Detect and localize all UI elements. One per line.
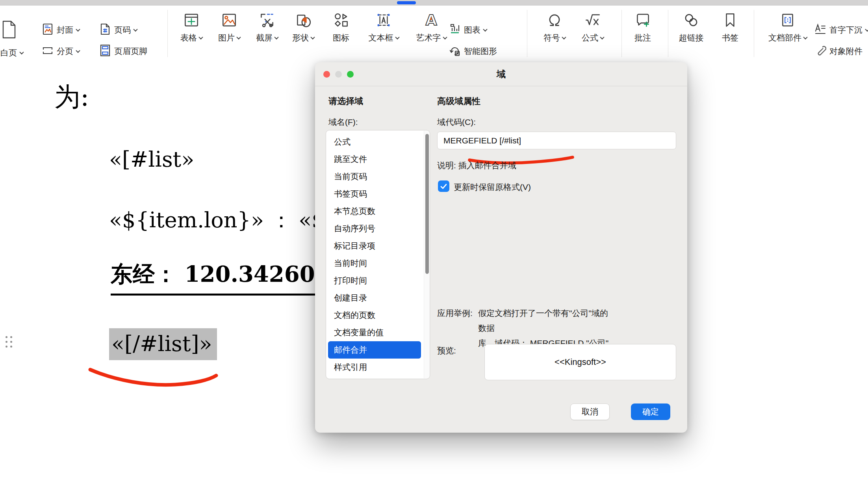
chevron-down-icon [483,27,487,32]
toolbar-item-bookmark[interactable]: 书签 [713,8,747,44]
minimize-traffic-light-icon [335,71,342,78]
toolbar-item-label: 图标 [333,32,349,43]
chevron-down-icon [133,27,137,32]
field-name-option[interactable]: 文档的页数 [328,307,421,324]
toolbar-item-text-box[interactable]: 文本框 [366,8,401,44]
scrollbar-track[interactable] [424,131,429,378]
field-name-option[interactable]: 样式引用 [328,359,421,376]
field-name-label: 域名(F): [328,117,358,128]
toolbar-item-label: 批注 [634,32,651,43]
check-icon [440,184,447,189]
chevron-down-icon [198,35,203,39]
toolbar-item-drop-cap[interactable]: 首字下沉 [814,23,868,37]
chevron-down-icon [236,35,241,39]
field-name-option[interactable]: 当前页码 [328,168,421,185]
field-name-option[interactable]: 书签页码 [328,185,421,203]
field-name-option[interactable]: 当前时间 [328,255,421,272]
chevron-down-icon [443,35,447,39]
window-top-strip [0,0,868,6]
paperclip-icon [814,44,826,59]
chevron-down-icon [803,35,807,39]
active-tab-indicator [397,1,416,4]
chevron-down-icon [274,35,278,39]
chevron-down-icon [865,27,868,32]
chevron-down-icon [310,35,315,39]
field-dialog: 域 请选择域 高级域属性 域名(F): 域代码(C): 公式跳至文件当前页码书签… [315,62,687,433]
toolbar-item-comment[interactable]: 批注 [625,8,660,44]
toolbar-item-label: 页码 [114,24,131,35]
toolbar-divider [167,10,168,57]
field-name-option[interactable]: 跳至文件 [328,151,421,168]
dialog-titlebar[interactable]: 域 [315,62,687,86]
toolbar-item-word-art[interactable]: A 艺术字 [414,8,449,44]
insert-ribbon-toolbar: 空白页 封面 分页 页码 页眉页脚 表格 图片 [0,6,868,61]
comment-icon [634,8,652,32]
toolbar-item-formula[interactable]: 公式 [575,8,610,44]
chevron-down-icon [76,48,80,53]
word-art-icon: A [422,8,440,32]
preserve-format-checkbox[interactable] [438,180,449,192]
scrollbar-thumb[interactable] [425,134,429,274]
drop-cap-icon [814,23,826,37]
zoom-traffic-light-icon[interactable] [347,71,354,78]
toolbar-item-cover[interactable]: 封面 [42,23,80,37]
field-name-option[interactable]: 公式 [328,133,421,151]
toolbar-divider [621,10,622,57]
toolbar-item-symbol[interactable]: 符号 [537,8,572,44]
toolbar-item-label: 页眉页脚 [114,46,147,57]
toolbar-item-picture[interactable]: 图片 [212,8,247,44]
paragraph-drag-handle-icon[interactable] [6,336,12,348]
toolbar-item-label: 形状 [292,32,309,43]
toolbar-item-screenshot[interactable]: 截屏 [250,8,284,44]
shapes-icon [294,8,312,32]
toolbar-item-label: 封面 [57,24,73,35]
toolbar-item-table[interactable]: 表格 [174,8,209,44]
text-box-icon [375,8,393,32]
toolbar-item-label: 艺术字 [416,32,441,43]
symbol-omega-icon [545,8,564,32]
field-name-listbox[interactable]: 公式跳至文件当前页码书签页码本节总页数自动序列号标记目录项当前时间打印时间创建目… [326,130,430,379]
toolbar-item-icons[interactable]: 图标 [324,8,358,44]
toolbar-divider [527,10,527,57]
toolbar-item-header-footer[interactable]: 页眉页脚 [99,45,147,58]
doc-text-list-close[interactable]: «[/#list]» [109,328,217,360]
field-name-option[interactable]: 本节总页数 [328,203,421,220]
toolbar-item-blank-page[interactable]: 空白页 [0,46,23,59]
toolbar-item-hyperlink[interactable]: 超链接 [674,8,708,44]
field-code-input[interactable]: MERGEFIELD [/#list] [437,132,676,149]
toolbar-item-smart-graphics[interactable]: 智能图形 [449,45,497,58]
field-name-option[interactable]: 邮件合并 [328,341,421,359]
toolbar-item-label: 表格 [180,32,197,43]
close-traffic-light-icon[interactable] [323,71,330,78]
toolbar-item-label: 超链接 [679,32,704,43]
toolbar-item-page-number[interactable]: 页码 [99,23,137,37]
field-name-option[interactable]: 创建目录 [328,289,421,307]
field-name-option[interactable]: 文档变量的值 [328,324,421,341]
field-name-option[interactable]: 自动序列号 [328,220,421,237]
page-break-icon [42,44,54,59]
preserve-format-label[interactable]: 更新时保留原格式(V) [454,182,531,193]
cancel-button[interactable]: 取消 [570,403,610,420]
toolbar-item-chart[interactable]: 图表 [449,23,487,37]
toolbar-item-document-part[interactable]: 文档部件 [764,8,811,44]
dialog-title: 域 [497,68,506,80]
doc-text-wei[interactable]: 为: [54,79,89,115]
chevron-down-icon [562,35,566,39]
app-window: 空白页 封面 分页 页码 页眉页脚 表格 图片 [0,0,868,502]
toolbar-divider [668,10,668,57]
toolbar-item-label: 空白页 [0,47,17,58]
screenshot-icon [258,8,276,32]
field-name-option[interactable]: 打印时间 [328,272,421,289]
toolbar-item-object-attachment[interactable]: 对象附件 [814,45,862,58]
field-name-option[interactable]: 标记目录项 [328,237,421,255]
toolbar-item-shapes[interactable]: 形状 [286,8,321,44]
cover-icon [42,23,54,37]
doc-text-item-lon[interactable]: «${item.lon}» ： «$ [109,206,325,235]
toolbar-item-label: 图表 [464,24,480,35]
doc-text-dongjing[interactable]: 东经： 120.342600 [111,260,347,296]
toolbar-item-label: 符号 [543,32,560,43]
ok-button[interactable]: 确定 [631,403,670,420]
doc-text-list-open[interactable]: «[#list» [109,147,194,172]
toolbar-item-page-break[interactable]: 分页 [42,45,80,58]
svg-text:A: A [425,11,437,29]
